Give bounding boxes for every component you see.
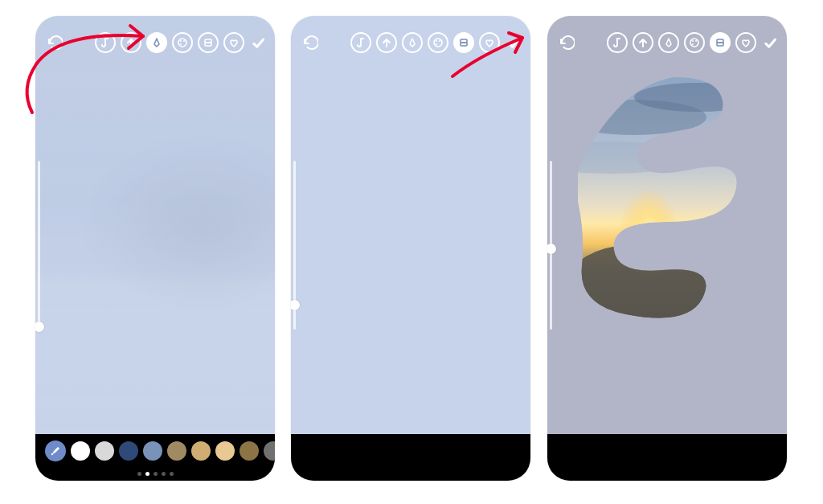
undo-icon[interactable]: [557, 33, 576, 52]
color-swatch[interactable]: [240, 441, 259, 461]
pen-tool[interactable]: [402, 32, 423, 53]
eraser-tool[interactable]: [453, 32, 474, 53]
palette-tool[interactable]: [172, 32, 193, 53]
brush-tool[interactable]: [350, 32, 371, 53]
color-palette-bar: [35, 434, 275, 481]
bottom-bar: [291, 434, 530, 481]
color-swatch[interactable]: [264, 441, 275, 461]
drawing-toolbar: [291, 26, 530, 59]
screen-middle: [291, 16, 530, 481]
brush-size-slider[interactable]: [550, 161, 552, 330]
pen-tool[interactable]: [658, 32, 679, 53]
undo-icon[interactable]: [45, 33, 64, 52]
drawing-toolbar: [35, 26, 275, 59]
screen-right: [547, 16, 787, 481]
eyedropper-icon[interactable]: [45, 440, 66, 461]
slider-thumb[interactable]: [547, 244, 556, 254]
done-check-icon[interactable]: [249, 34, 267, 51]
brush-size-slider[interactable]: [293, 161, 296, 330]
drawing-toolbar: [547, 26, 787, 59]
brush-size-slider[interactable]: [38, 161, 40, 330]
palette-pagination[interactable]: [35, 472, 275, 476]
erased-reveal-photo: [578, 69, 747, 318]
color-swatch[interactable]: [119, 441, 138, 461]
undo-icon[interactable]: [301, 33, 320, 52]
eraser-tool[interactable]: [198, 32, 219, 53]
arrow-up-tool[interactable]: [633, 32, 653, 53]
palette-tool[interactable]: [428, 32, 448, 53]
color-swatch[interactable]: [215, 441, 235, 461]
done-check-icon[interactable]: [505, 34, 522, 51]
color-swatch[interactable]: [191, 441, 211, 461]
eraser-tool[interactable]: [710, 32, 731, 53]
heart-tool[interactable]: [735, 32, 756, 53]
color-swatch[interactable]: [95, 441, 114, 461]
done-check-icon[interactable]: [761, 34, 779, 51]
screen-left: [35, 16, 275, 481]
heart-tool[interactable]: [223, 32, 244, 53]
brush-tool[interactable]: [607, 32, 628, 53]
brush-tool[interactable]: [95, 32, 116, 53]
bottom-bar: [547, 434, 787, 481]
arrow-up-tool[interactable]: [121, 32, 141, 53]
color-swatch[interactable]: [143, 441, 162, 461]
pen-tool[interactable]: [146, 32, 167, 53]
color-swatch[interactable]: [71, 441, 90, 461]
palette-tool[interactable]: [684, 32, 705, 53]
arrow-up-tool[interactable]: [376, 32, 397, 53]
slider-thumb[interactable]: [291, 300, 300, 310]
color-swatch[interactable]: [167, 441, 186, 461]
heart-tool[interactable]: [479, 32, 500, 53]
faint-background-photo: [35, 16, 275, 481]
